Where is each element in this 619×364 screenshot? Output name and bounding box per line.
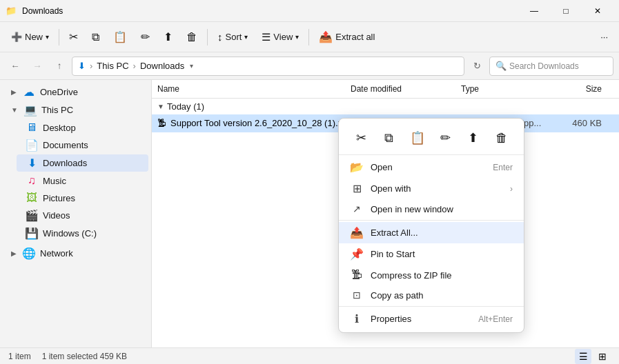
large-icons-view-button[interactable]: ⊞ [594, 349, 611, 364]
sidebar-item-pictures[interactable]: 🖼 Pictures [17, 190, 148, 206]
breadcrumb-thispc[interactable]: This PC [97, 61, 128, 71]
ctx-copyaspath-item[interactable]: ⊡ Copy as path [339, 285, 524, 305]
up-button[interactable]: ↑ [50, 57, 69, 76]
sidebar-label-network: Network [40, 248, 73, 259]
group-label-today: Today (1) [167, 101, 204, 112]
sidebar-item-desktop[interactable]: 🖥 Desktop [17, 119, 148, 136]
cut-icon: ✂ [69, 30, 78, 43]
ctx-separator-1 [339, 220, 524, 221]
sidebar-item-onedrive[interactable]: ▶ ☁ OneDrive [3, 83, 148, 101]
maximize-button[interactable]: □ [550, 0, 582, 22]
file-size-cell: 460 KB [552, 116, 607, 130]
title-bar-icon: 📁 [6, 6, 17, 17]
rename-button[interactable]: ✏ [135, 26, 155, 48]
sidebar-item-network[interactable]: ▶ 🌐 Network [3, 245, 148, 262]
sidebar-item-thispc[interactable]: ▼ 💻 This PC [3, 101, 148, 119]
sidebar-item-documents[interactable]: 📄 Documents [17, 136, 148, 154]
more-icon: ··· [600, 32, 608, 42]
address-box[interactable]: ⬇ › This PC › Downloads ▾ [72, 57, 464, 76]
ctx-compresszip-item[interactable]: 🗜 Compress to ZIP file [339, 265, 524, 285]
ctx-rename-button[interactable]: ✏ [433, 125, 458, 150]
file-zip-icon: 🗜 [157, 118, 166, 128]
ctx-open-label: Open [371, 162, 486, 172]
col-header-type[interactable]: Type [455, 81, 552, 97]
context-menu: ✂ ⧉ 📋 ✏ ⬆ 🗑 📂 Open Enter ⊞ Open with › ↗… [338, 118, 524, 333]
breadcrumb-downloads[interactable]: Downloads [140, 61, 184, 71]
sidebar-label-music: Music [43, 176, 66, 186]
toolbar-separator-1 [59, 29, 59, 46]
ctx-cut-button[interactable]: ✂ [348, 125, 373, 150]
sidebar-item-music[interactable]: ♫ Music [17, 172, 148, 189]
toolbar-separator-2 [207, 29, 208, 46]
sidebar-item-windows-c[interactable]: 💾 Windows (C:) [17, 225, 148, 242]
details-view-button[interactable]: ☰ [575, 349, 591, 364]
ctx-compresszip-icon: 🗜 [350, 269, 364, 281]
ctx-properties-item[interactable]: ℹ Properties Alt+Enter [339, 308, 524, 330]
status-view-controls: ☰ ⊞ [575, 349, 611, 364]
pictures-icon: 🖼 [25, 192, 39, 204]
copy-icon: ⧉ [92, 31, 99, 43]
close-button[interactable]: ✕ [582, 0, 613, 22]
col-header-date[interactable]: Date modified [345, 81, 455, 97]
ctx-pinstart-item[interactable]: 📌 Pin to Start [339, 243, 524, 265]
view-button[interactable]: ☰ View ▾ [256, 26, 304, 48]
search-box[interactable]: 🔍 Search Downloads [489, 57, 613, 76]
sort-icon: ↕ [217, 31, 223, 43]
ctx-share-button[interactable]: ⬆ [461, 125, 486, 150]
ctx-open-item[interactable]: 📂 Open Enter [339, 156, 524, 178]
ctx-pinstart-icon: 📌 [350, 247, 364, 261]
new-icon: ➕ [11, 32, 22, 42]
share-button[interactable]: ⬆ [158, 26, 178, 48]
context-icon-row: ✂ ⧉ 📋 ✏ ⬆ 🗑 [339, 121, 524, 155]
title-bar-controls: — □ ✕ [518, 0, 613, 22]
thispc-icon: 💻 [23, 103, 37, 117]
group-chevron-icon: ▼ [157, 103, 164, 110]
ctx-delete-button[interactable]: 🗑 [489, 125, 514, 150]
ctx-copypath-button[interactable]: 📋 [405, 125, 430, 150]
videos-icon: 🎬 [25, 209, 39, 222]
back-button[interactable]: ← [6, 57, 25, 76]
status-bar: 1 item 1 item selected 459 KB ☰ ⊞ [0, 347, 619, 364]
delete-button[interactable]: 🗑 [181, 26, 203, 48]
ctx-openwith-icon: ⊞ [350, 182, 364, 195]
paste-button[interactable]: 📋 [108, 26, 132, 48]
address-bar: ← → ↑ ⬇ › This PC › Downloads ▾ ↻ 🔍 Sear… [0, 52, 619, 80]
onedrive-icon: ☁ [22, 85, 36, 99]
refresh-button[interactable]: ↻ [467, 57, 487, 76]
ctx-properties-icon: ℹ [350, 312, 364, 325]
expand-icon: ▶ [11, 250, 17, 257]
share-icon: ⬆ [164, 30, 173, 43]
expand-icon: ▶ [11, 88, 17, 96]
sidebar-item-downloads[interactable]: ⬇ Downloads [17, 154, 148, 172]
new-dropdown-icon: ▾ [46, 33, 49, 41]
extract-all-button[interactable]: 📤 Extract all [313, 26, 380, 48]
file-name-label: Support Tool version 2.6_2020_10_28 (1).… [170, 118, 345, 128]
expand-icon: ▼ [11, 106, 18, 114]
ctx-openwith-arrow: › [510, 184, 513, 194]
col-header-name[interactable]: Name [152, 81, 345, 97]
sidebar-item-videos[interactable]: 🎬 Videos [17, 207, 148, 224]
copy-button[interactable]: ⧉ [86, 26, 105, 48]
col-header-size[interactable]: Size [552, 81, 607, 97]
network-icon: 🌐 [22, 247, 36, 260]
ctx-open-shortcut: Enter [493, 163, 513, 172]
documents-icon: 📄 [25, 139, 39, 152]
ctx-open-icon: 📂 [350, 161, 364, 174]
sidebar-label-documents: Documents [43, 140, 88, 150]
ctx-extractall-label: Extract All... [371, 228, 513, 238]
address-dropdown-icon[interactable]: ▾ [190, 62, 193, 70]
sidebar-label-videos: Videos [43, 210, 70, 221]
ctx-copy-button[interactable]: ⧉ [377, 125, 402, 150]
minimize-button[interactable]: — [518, 0, 550, 22]
more-options-button[interactable]: ··· [595, 26, 613, 48]
cut-button[interactable]: ✂ [63, 26, 83, 48]
new-button[interactable]: ➕ New ▾ [6, 26, 55, 48]
group-header-today[interactable]: ▼ Today (1) [152, 99, 619, 114]
ctx-openwindow-item[interactable]: ↗ Open in new window [339, 199, 524, 219]
main-layout: ▶ ☁ OneDrive ▼ 💻 This PC 🖥 Desktop 📄 Doc… [0, 80, 619, 347]
ctx-extractall-item[interactable]: 📤 Extract All... [339, 222, 524, 243]
sort-button[interactable]: ↕ Sort ▾ [212, 26, 253, 48]
forward-button[interactable]: → [28, 57, 47, 76]
file-list: Name Date modified Type Size ▼ Today (1)… [152, 80, 619, 347]
ctx-openwith-item[interactable]: ⊞ Open with › [339, 178, 524, 199]
